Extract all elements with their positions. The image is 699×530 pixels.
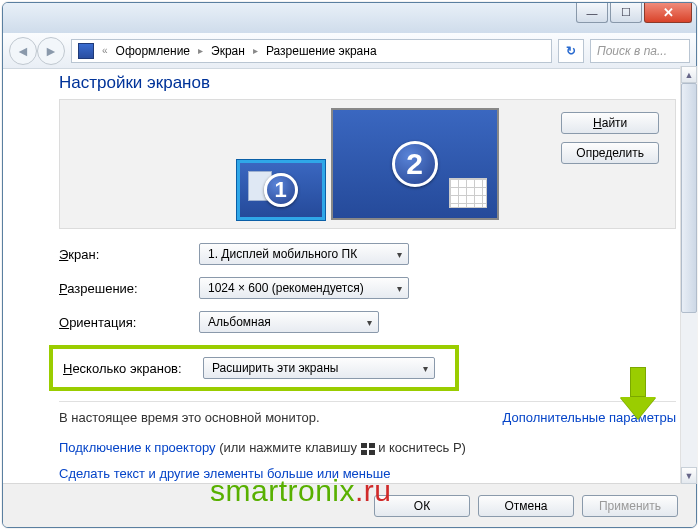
- monitor-number: 2: [392, 141, 438, 187]
- address-bar[interactable]: « Оформление ▸ Экран ▸ Разрешение экрана: [71, 39, 552, 63]
- window: — ☐ ✕ ◄ ► « Оформление ▸ Экран ▸ Разреше…: [2, 2, 697, 528]
- resolution-dropdown[interactable]: 1024 × 600 (рекомендуется): [199, 277, 409, 299]
- navbar: ◄ ► « Оформление ▸ Экран ▸ Разрешение эк…: [3, 33, 696, 69]
- scroll-down-button[interactable]: ▼: [681, 467, 697, 484]
- breadcrumb-sep: ▸: [253, 45, 258, 56]
- arrow-annotation: [620, 367, 656, 421]
- scroll-up-button[interactable]: ▲: [681, 66, 697, 83]
- resolution-label: Разрешение:: [59, 281, 199, 296]
- scroll-thumb[interactable]: [681, 83, 697, 313]
- scroll-track[interactable]: [681, 83, 697, 467]
- primary-monitor-status: В настоящее время это основной монитор.: [59, 410, 320, 425]
- highlight-annotation: Несколько экранов: Расширить эти экраны: [49, 345, 459, 391]
- breadcrumb-sep: ▸: [198, 45, 203, 56]
- monitor-number: 1: [264, 173, 298, 207]
- breadcrumb-item[interactable]: Разрешение экрана: [266, 44, 377, 58]
- identify-button[interactable]: Определить: [561, 142, 659, 164]
- refresh-icon: ↻: [566, 44, 576, 58]
- projector-hint-tail: и коснитесь P): [375, 440, 466, 455]
- search-input[interactable]: Поиск в па...: [590, 39, 690, 63]
- divider: [59, 401, 676, 402]
- back-button[interactable]: ◄: [9, 37, 37, 65]
- multiple-displays-dropdown[interactable]: Расширить эти экраны: [203, 357, 435, 379]
- maximize-button[interactable]: ☐: [610, 3, 642, 23]
- text-size-link[interactable]: Сделать текст и другие элементы больше и…: [59, 466, 390, 481]
- find-button[interactable]: Найти: [561, 112, 659, 134]
- orientation-label: Ориентация:: [59, 315, 199, 330]
- screen-label: Экран:: [59, 247, 199, 262]
- screen-dropdown[interactable]: 1. Дисплей мобильного ПК: [199, 243, 409, 265]
- projector-hint: (или нажмите клавишу: [216, 440, 361, 455]
- ok-button[interactable]: ОК: [374, 495, 470, 517]
- vertical-scrollbar[interactable]: ▲ ▼: [680, 66, 697, 484]
- apply-button[interactable]: Применить: [582, 495, 678, 517]
- minimize-button[interactable]: —: [576, 3, 608, 23]
- windows-key-icon: [361, 443, 375, 455]
- breadcrumb-item[interactable]: Оформление: [116, 44, 190, 58]
- footer-buttons: ОК Отмена Применить: [3, 483, 696, 527]
- content-area: Настройки экранов 1 2 Найти Определить Э…: [3, 69, 696, 483]
- monitor-2[interactable]: 2: [331, 108, 499, 220]
- display-arrangement-panel[interactable]: 1 2 Найти Определить: [59, 99, 676, 229]
- monitor-1[interactable]: 1: [237, 160, 325, 220]
- control-panel-icon: [78, 43, 94, 59]
- projector-link[interactable]: Подключение к проектору: [59, 440, 216, 455]
- forward-button[interactable]: ►: [37, 37, 65, 65]
- page-title: Настройки экранов: [59, 73, 676, 93]
- breadcrumb-sep: «: [102, 45, 108, 56]
- refresh-button[interactable]: ↻: [558, 39, 584, 63]
- multiple-displays-label: Несколько экранов:: [63, 361, 203, 376]
- titlebar: — ☐ ✕: [3, 3, 696, 33]
- breadcrumb-item[interactable]: Экран: [211, 44, 245, 58]
- close-button[interactable]: ✕: [644, 3, 692, 23]
- orientation-dropdown[interactable]: Альбомная: [199, 311, 379, 333]
- extended-desktop-icon: [449, 178, 487, 208]
- cancel-button[interactable]: Отмена: [478, 495, 574, 517]
